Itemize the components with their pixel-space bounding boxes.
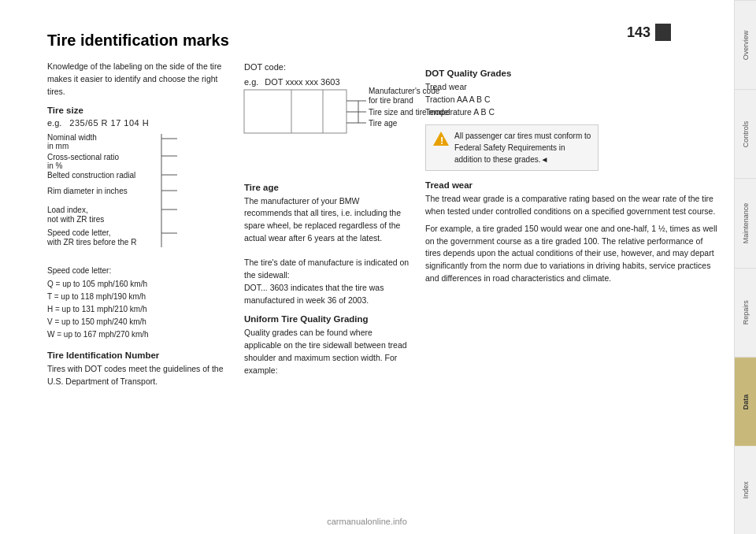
- intro-text: Knowledge of the labeling on the side of…: [47, 61, 228, 98]
- sidebar-item-data[interactable]: Data: [735, 357, 756, 446]
- uniform-quality-title: Uniform Tire Quality Grading: [244, 314, 410, 324]
- dot-quality-title: DOT Quality Grades: [425, 69, 718, 78]
- svg-text:Belted construction radial: Belted construction radial: [47, 171, 135, 180]
- svg-text:!: !: [440, 135, 443, 146]
- dot-code-section: DOT code: e.g. DOT xxxx xxx 3603: [244, 61, 410, 170]
- watermark: carmanualonline.info: [327, 517, 407, 526]
- svg-text:Cross-sectional ratio: Cross-sectional ratio: [47, 153, 120, 161]
- col-right: DOT Quality Grades Tread wear Traction A…: [425, 61, 718, 388]
- uniform-quality-text: Quality grades can be found where applic…: [244, 327, 410, 376]
- col-middle: DOT code: e.g. DOT xxxx xxx 3603: [244, 61, 410, 388]
- tread-wear-title: Tread wear: [425, 180, 718, 190]
- page-title: Tire identification marks: [47, 32, 718, 50]
- svg-text:in mm: in mm: [47, 142, 69, 150]
- side-nav: Overview Controls Maintenance Repairs Da…: [734, 0, 756, 534]
- dot-example-row: e.g. DOT xxxx xxx 3603: [244, 77, 410, 87]
- page-number: 143: [627, 24, 650, 41]
- svg-text:in %: in %: [47, 161, 63, 170]
- svg-text:not with ZR tires: not with ZR tires: [47, 215, 104, 224]
- dot-quality-section: DOT Quality Grades Tread wear Traction A…: [425, 69, 718, 118]
- main-content: 143 Tire identification marks Knowledge …: [0, 0, 734, 534]
- warning-icon: !: [432, 130, 450, 150]
- sidebar-item-maintenance[interactable]: Maintenance: [735, 178, 756, 267]
- svg-text:Rim diameter in inches: Rim diameter in inches: [47, 187, 128, 195]
- svg-text:Speed code letter,: Speed code letter,: [47, 228, 111, 237]
- tire-age-section: Tire age The manufacturer of your BMW re…: [244, 183, 410, 307]
- tread-wear-section: Tread wear The tread wear grade is a com…: [425, 180, 718, 284]
- sidebar-item-overview[interactable]: Overview: [735, 0, 756, 89]
- svg-text:Nominal width: Nominal width: [47, 133, 97, 142]
- dot-diagram-svg: Manufacturer's code for tire brand Tire …: [244, 90, 402, 169]
- speed-codes-list: Q = up to 105 mph/160 km/h T = up to 118…: [47, 278, 228, 341]
- tire-size-example-label: e.g.: [47, 118, 61, 128]
- speed-code-q: Q = up to 105 mph/160 km/h: [47, 278, 228, 291]
- tire-age-text: The manufacturer of your BMW recommends …: [244, 195, 410, 307]
- tire-size-title: Tire size: [47, 106, 228, 115]
- sidebar-item-repairs[interactable]: Repairs: [735, 268, 756, 357]
- speed-code-h: H = up to 131 mph/210 km/h: [47, 303, 228, 316]
- warning-text: All passenger car tires must conform to …: [454, 130, 591, 165]
- page-number-area: 143: [627, 24, 671, 41]
- dot-example-value: DOT xxxx xxx 3603: [265, 77, 339, 87]
- tire-size-diagram-area: e.g. 235/65 R 17 104 H: [47, 118, 228, 258]
- tire-size-svg: Nominal width in mm Cross-sectional rati…: [47, 131, 220, 257]
- dot-code-label: DOT code:: [244, 61, 410, 74]
- speed-code-w: W = up to 167 mph/270 km/h: [47, 328, 228, 341]
- page-container: 143 Tire identification marks Knowledge …: [0, 0, 756, 534]
- sidebar-item-index[interactable]: Index: [735, 446, 756, 534]
- speed-code-title: Speed code letter:: [47, 265, 228, 276]
- page-number-bar: [655, 24, 671, 41]
- svg-rect-23: [244, 90, 346, 133]
- content-columns: Knowledge of the labeling on the side of…: [47, 61, 718, 388]
- tire-size-example-row: e.g. 235/65 R 17 104 H: [47, 118, 228, 128]
- svg-text:Tire age: Tire age: [369, 119, 398, 128]
- tire-id-text: Tires with DOT codes meet the guidelines…: [47, 363, 228, 388]
- sidebar-item-controls[interactable]: Controls: [735, 89, 756, 178]
- svg-text:with ZR tires before the R: with ZR tires before the R: [46, 238, 136, 247]
- speed-code-t: T = up to 118 mph/190 km/h: [47, 291, 228, 303]
- warning-box: ! All passenger car tires must conform t…: [425, 124, 598, 171]
- dot-quality-tread: Tread wear: [425, 81, 718, 94]
- dot-quality-temperature: Temperature A B C: [425, 106, 718, 119]
- tread-wear-text: The tread wear grade is a comparative ra…: [425, 193, 718, 218]
- tire-size-example-value: 235/65 R 17 104 H: [69, 118, 149, 128]
- dot-quality-traction: Traction AA A B C: [425, 94, 718, 106]
- svg-text:for tire brand: for tire brand: [369, 96, 413, 105]
- tire-age-title: Tire age: [244, 183, 410, 192]
- tire-id-title: Tire Identification Number: [47, 350, 228, 360]
- uniform-quality-section: Uniform Tire Quality Grading Quality gra…: [244, 314, 410, 376]
- tread-wear-text-2: For example, a tire graded 150 would wea…: [425, 223, 718, 285]
- dot-example-label: e.g.: [244, 77, 258, 87]
- tire-id-section: Tire Identification Number Tires with DO…: [47, 350, 228, 388]
- speed-code-section: Speed code letter: Q = up to 105 mph/160…: [47, 265, 228, 341]
- speed-code-v: V = up to 150 mph/240 km/h: [47, 316, 228, 328]
- col-left: Knowledge of the labeling on the side of…: [47, 61, 228, 388]
- svg-text:Load index,: Load index,: [47, 206, 88, 214]
